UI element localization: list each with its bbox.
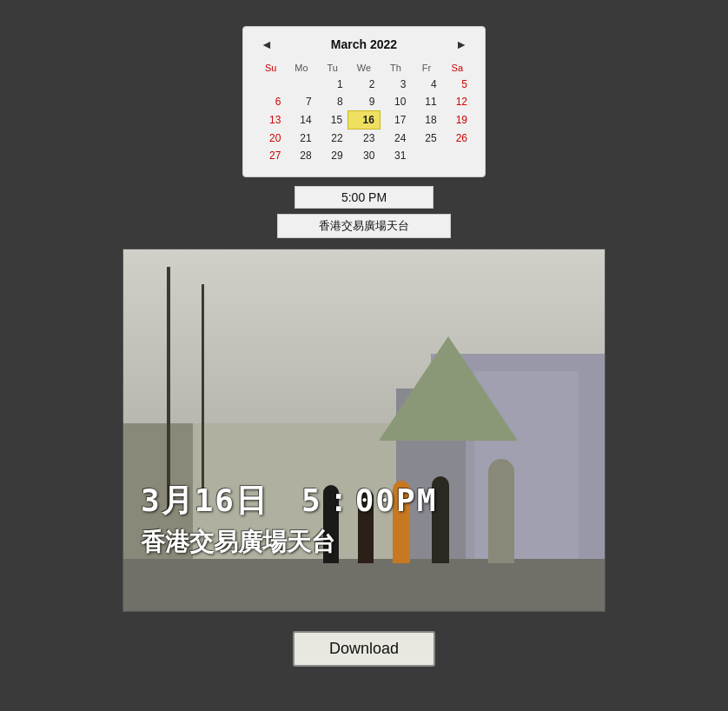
calendar-title: March 2022 bbox=[331, 37, 397, 51]
calendar-empty bbox=[286, 76, 316, 93]
channel-label: 香港交易廣場天台 bbox=[277, 214, 451, 238]
calendar-day[interactable]: 8 bbox=[317, 93, 348, 111]
calendar-header: ◄ March 2022 ► bbox=[255, 36, 473, 53]
calendar-day[interactable]: 17 bbox=[380, 111, 411, 130]
weekday-header: Su bbox=[255, 60, 286, 76]
calendar-day[interactable]: 28 bbox=[286, 147, 316, 164]
calendar-day[interactable]: 22 bbox=[317, 130, 348, 148]
calendar-day[interactable]: 25 bbox=[411, 130, 441, 148]
calendar-empty bbox=[442, 147, 473, 164]
calendar-day[interactable]: 24 bbox=[380, 130, 411, 148]
calendar-day[interactable]: 16 bbox=[348, 111, 381, 130]
weekday-header: Tu bbox=[317, 60, 348, 76]
video-thumbnail: 3月16日 5：00PM 香港交易廣場天台 bbox=[122, 249, 606, 612]
calendar-empty bbox=[255, 76, 286, 93]
calendar-day[interactable]: 10 bbox=[380, 93, 411, 111]
calendar: ◄ March 2022 ► SuMoTuWeThFrSa 1234567891… bbox=[242, 26, 486, 177]
calendar-day[interactable]: 1 bbox=[317, 76, 348, 93]
calendar-day[interactable]: 15 bbox=[317, 111, 348, 130]
video-scene: 3月16日 5：00PM 香港交易廣場天台 bbox=[123, 249, 605, 611]
calendar-day[interactable]: 30 bbox=[348, 147, 381, 164]
calendar-day[interactable]: 23 bbox=[348, 130, 381, 148]
calendar-empty bbox=[411, 147, 441, 164]
calendar-day[interactable]: 3 bbox=[380, 76, 411, 93]
calendar-day[interactable]: 12 bbox=[442, 93, 473, 111]
calendar-day[interactable]: 6 bbox=[255, 93, 286, 111]
calendar-grid: SuMoTuWeThFrSa 1234567891011121314151617… bbox=[255, 60, 473, 164]
calendar-day[interactable]: 21 bbox=[286, 130, 316, 148]
calendar-day[interactable]: 9 bbox=[348, 93, 381, 111]
weekday-header: Mo bbox=[286, 60, 316, 76]
calendar-day[interactable]: 26 bbox=[442, 130, 473, 148]
weekday-header: Fr bbox=[411, 60, 441, 76]
calendar-day[interactable]: 7 bbox=[286, 93, 316, 111]
video-overlay-text: 3月16日 5：00PM 香港交易廣場天台 bbox=[141, 480, 437, 559]
weekday-header: Th bbox=[380, 60, 411, 76]
prev-month-button[interactable]: ◄ bbox=[255, 36, 278, 53]
calendar-day[interactable]: 29 bbox=[317, 147, 348, 164]
next-month-button[interactable]: ► bbox=[450, 36, 473, 53]
weekday-header: Sa bbox=[442, 60, 473, 76]
calendar-day[interactable]: 4 bbox=[411, 76, 441, 93]
calendar-day[interactable]: 14 bbox=[286, 111, 316, 130]
calendar-day[interactable]: 31 bbox=[380, 147, 411, 164]
weekday-header: We bbox=[348, 60, 381, 76]
calendar-day[interactable]: 2 bbox=[348, 76, 381, 93]
calendar-day[interactable]: 27 bbox=[255, 147, 286, 164]
download-button[interactable]: Download bbox=[293, 631, 435, 667]
time-display: 5:00 PM bbox=[295, 186, 433, 209]
calendar-day[interactable]: 11 bbox=[411, 93, 441, 111]
calendar-day[interactable]: 19 bbox=[442, 111, 473, 130]
calendar-day[interactable]: 13 bbox=[255, 111, 286, 130]
video-location: 香港交易廣場天台 bbox=[141, 526, 437, 559]
video-date-time: 3月16日 5：00PM bbox=[141, 480, 437, 522]
calendar-day[interactable]: 5 bbox=[442, 76, 473, 93]
calendar-day[interactable]: 20 bbox=[255, 130, 286, 148]
calendar-day[interactable]: 18 bbox=[411, 111, 441, 130]
